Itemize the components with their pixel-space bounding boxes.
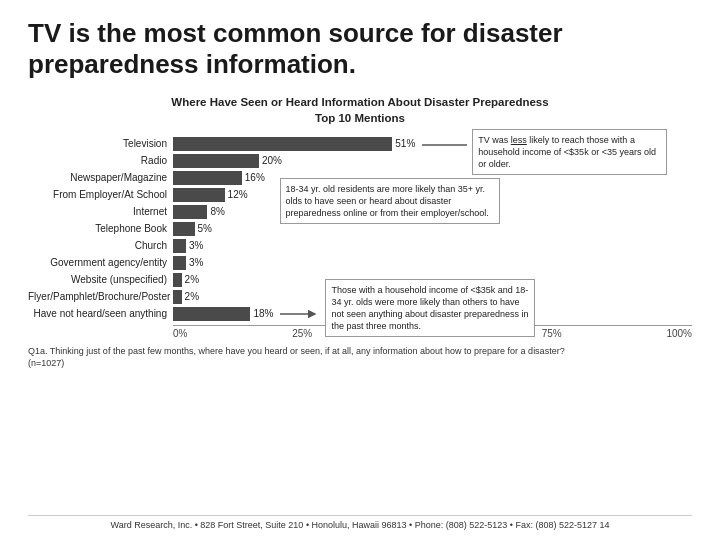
bar-label: Television bbox=[28, 138, 173, 149]
bar-fill bbox=[173, 307, 250, 321]
bar-value: 51% bbox=[395, 138, 415, 149]
bar-fill bbox=[173, 188, 225, 202]
bar-label: Telephone Book bbox=[28, 223, 173, 234]
bar-label: Have not heard/seen anything bbox=[28, 308, 173, 319]
bar-label: Church bbox=[28, 240, 173, 251]
bar-container: 3% bbox=[173, 239, 692, 253]
axis-label: 25% bbox=[292, 328, 312, 339]
chart-title: Where Have Seen or Heard Information Abo… bbox=[28, 94, 692, 126]
bar-value: 8% bbox=[210, 206, 224, 217]
arrow-tv bbox=[422, 141, 472, 149]
bar-fill bbox=[173, 154, 259, 168]
bar-label: Website (unspecified) bbox=[28, 274, 173, 285]
bar-label: Radio bbox=[28, 155, 173, 166]
arrow-flyer bbox=[280, 310, 320, 318]
bar-value: 16% bbox=[245, 172, 265, 183]
bar-value: 3% bbox=[189, 257, 203, 268]
chart-wrapper: Television 51% TV was less likely to rea… bbox=[28, 137, 692, 339]
bar-value: 3% bbox=[189, 240, 203, 251]
chart-section: Where Have Seen or Heard Information Abo… bbox=[28, 94, 692, 510]
callout-tv: TV was less likely to reach those with a… bbox=[472, 129, 667, 175]
callout-employer: 18-34 yr. old residents are more likely … bbox=[280, 178, 500, 224]
bar-value: 12% bbox=[228, 189, 248, 200]
axis-label: 100% bbox=[666, 328, 692, 339]
bar-label: From Employer/At School bbox=[28, 189, 173, 200]
bar-fill bbox=[173, 222, 195, 236]
bar-container: 51% TV was less likely to reach those wi… bbox=[173, 137, 692, 151]
bar-label: Flyer/Pamphlet/Brochure/Poster bbox=[28, 291, 173, 302]
bar-fill bbox=[173, 171, 242, 185]
bar-fill bbox=[173, 290, 182, 304]
bar-row: Church 3% bbox=[28, 239, 692, 253]
bar-value: 2% bbox=[185, 274, 199, 285]
footer: Ward Research, Inc. • 828 Fort Street, S… bbox=[28, 515, 692, 530]
bar-row: Government agency/entity 3% bbox=[28, 256, 692, 270]
bar-row: Have not heard/seen anything 18% bbox=[28, 307, 692, 321]
callout-flyer: Those with a household income of <$35k a… bbox=[325, 279, 535, 338]
bar-fill bbox=[173, 239, 186, 253]
bar-container: 18% Those with a household income of <$3… bbox=[173, 307, 692, 321]
bar-label: Newspaper/Magazine bbox=[28, 172, 173, 183]
bar-value: 5% bbox=[198, 223, 212, 234]
bar-fill bbox=[173, 137, 392, 151]
bar-label: Government agency/entity bbox=[28, 257, 173, 268]
bar-value: 18% bbox=[253, 308, 273, 319]
bar-value: 2% bbox=[185, 291, 199, 302]
axis-label: 0% bbox=[173, 328, 187, 339]
bar-label: Internet bbox=[28, 206, 173, 217]
bar-container: 3% bbox=[173, 256, 692, 270]
bar-fill bbox=[173, 205, 207, 219]
page-title: TV is the most common source for disaste… bbox=[28, 18, 692, 80]
bar-fill bbox=[173, 256, 186, 270]
bar-fill bbox=[173, 273, 182, 287]
bar-container: 12% 18-34 yr. old residents are more lik… bbox=[173, 188, 692, 202]
bar-row: Television 51% TV was less likely to rea… bbox=[28, 137, 692, 151]
bar-row: From Employer/At School 12% 18-34 yr. ol… bbox=[28, 188, 692, 202]
page: TV is the most common source for disaste… bbox=[0, 0, 720, 540]
bar-value: 20% bbox=[262, 155, 282, 166]
axis-label: 75% bbox=[542, 328, 562, 339]
footnote: Q1a. Thinking just of the past few month… bbox=[28, 345, 692, 369]
